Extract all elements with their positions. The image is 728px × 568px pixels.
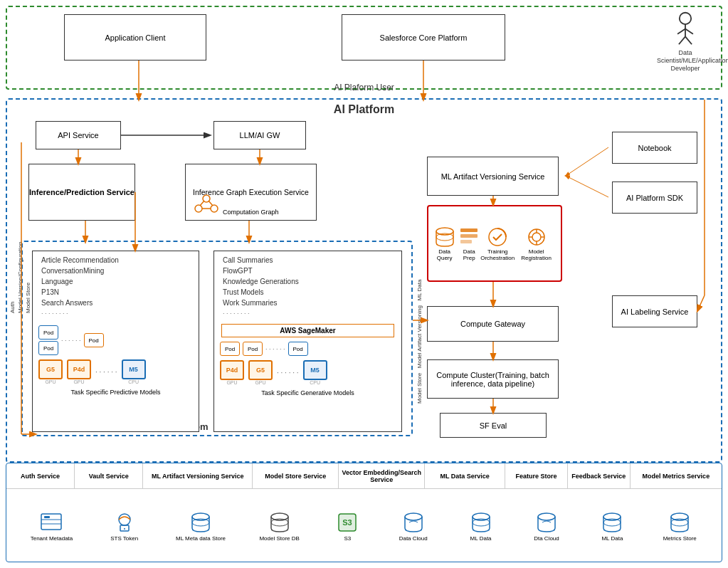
bottom-services-container: Auth Service Vault Service ML Artifact V… [6,463,722,562]
compute-gateway-box: Compute Gateway [427,306,559,342]
ai-platform-title: AI Platform [334,103,394,116]
aws-sagemaker-label: AWS SageMaker [221,324,394,337]
data-cloud-icon [401,510,426,535]
ml-data-label: ML Data [470,535,492,542]
salesforce-label: Salesforce Core Platform [380,33,468,42]
ml-data-service-header: ML Data Service [425,463,505,488]
model-store-service-header: Model Store Service [253,463,339,488]
compute-cluster-label: Compute Cluster(Training, batch inferenc… [428,371,558,388]
app-client-label: Application Client [105,33,166,42]
person-icon-area: Data Scientist/MLE/Application Developer [657,11,714,72]
svg-rect-27 [44,516,50,518]
svg-rect-16 [460,240,472,243]
svg-rect-15 [460,234,478,238]
notebook-box: Notebook [612,132,697,164]
data-cloud-label: Data Cloud [399,535,428,542]
model-store-db-item: Model Store DB [259,510,299,542]
metrics-store-icon [667,510,692,535]
svg-line-3 [685,28,693,33]
svg-rect-14 [460,228,478,232]
data-prep-item: DataPrep [458,226,480,261]
model-registration-item: Model Registration [515,226,558,261]
generative-models-list: Call Summaries FlowGPT Knowledge Generat… [214,251,401,322]
model-store-db-icon [267,510,292,535]
s3-icon: S3 [334,510,360,535]
model-registration-label: Model Registration [515,248,558,261]
svg-line-4 [679,36,685,44]
ml-artifact-service-header: ML Artifact Versioning Service [143,463,253,488]
dta-cloud-item: Dta Cloud [530,510,562,542]
inference-prediction-box: Inference/Prediction Service [28,164,135,221]
ml-data-2-label: ML Data [601,535,623,542]
feedback-service-header: Feedback Service [568,463,631,488]
training-item: TrainingOrchestration [480,226,515,261]
data-prep-icon [458,226,480,248]
inference-prediction-label: Inference/Prediction Service [29,188,134,196]
notebook-label: Notebook [638,144,671,152]
sts-token-item: STS Token [107,510,142,542]
services-header-row: Auth Service Vault Service ML Artifact V… [6,463,722,489]
svg-rect-24 [41,514,61,530]
computation-graph-icon [193,193,220,216]
model-metrics-header: Model Metrics Service [631,463,722,488]
dta-cloud-label: Dta Cloud [534,535,559,542]
ai-sdk-label: AI Platform SDK [626,194,683,202]
predictive-models-list: Article Recommendation ConversationMinin… [33,251,199,322]
data-query-icon [433,226,456,248]
ml-metadata-store-icon [188,510,213,535]
ml-data-icon [468,510,494,535]
chip-row-generative: P4d GPU G5 GPU · · · · · · M5 CPU [214,358,401,387]
generative-title: Task Specific Generative Models [214,387,401,399]
ml-metadata-store-label: ML Meta data Store [176,535,226,542]
data-query-label: Data Query [431,248,458,261]
ml-data-2-icon [599,510,625,535]
feature-store-header: Feature Store [505,463,568,488]
services-icons-row: Tenant Metadata STS Token ML [6,489,722,563]
s3-label: S3 [344,535,351,542]
diagram-container: Application Client Salesforce Core Platf… [0,0,728,568]
person-label: Data Scientist/MLE/Application Developer [657,49,714,72]
svg-line-11 [209,201,213,206]
metrics-store-label: Metrics Store [663,535,697,542]
llm-gw-label: LLM/AI GW [240,131,280,140]
ai-platform-sdk-box: AI Platform SDK [612,182,697,214]
api-service-box: API Service [36,121,121,149]
model-registration-icon [525,226,548,248]
generative-models-box: Call Summaries FlowGPT Knowledge Generat… [213,251,402,432]
svg-line-10 [200,201,204,206]
ml-data-2-item: ML Data [596,510,628,542]
vault-service-header: Vault Service [75,463,143,488]
sts-token-icon [112,510,137,535]
training-icon [486,226,509,248]
person-icon [671,11,700,46]
ml-artifact-label: ML Artifact Versioning Service [441,172,545,181]
dta-cloud-icon [534,510,559,535]
svg-point-28 [119,514,130,525]
salesforce-box: Salesforce Core Platform [342,14,505,61]
compute-cluster-box: Compute Cluster(Training, batch inferenc… [427,359,559,399]
tenant-metadata-label: Tenant Metadata [31,535,73,542]
ai-labeling-box: AI Labeling Service [612,295,697,327]
svg-line-2 [677,28,685,33]
pod-row-generative: Pod Pod · · · · · · Pod [214,340,401,358]
auth-service-header: Auth Service [6,463,75,488]
svg-line-5 [685,36,692,44]
tenant-metadata-item: Tenant Metadata [31,510,73,542]
right-side-label: Model Store Model Artifact Versioning ML… [416,249,428,434]
app-client-box: Application Client [64,14,206,61]
predictive-models-box: Article Recommendation ConversationMinin… [32,251,199,432]
compute-inner-box: Data Query DataPrep TrainingOrchestratio… [427,205,562,282]
svg-point-19 [532,233,541,241]
training-label: TrainingOrchestration [480,248,515,261]
compute-gateway-label: Compute Gateway [460,320,525,328]
s3-item: S3 S3 [333,510,362,542]
sf-eval-box: SF Eval [440,413,547,438]
data-prep-label: DataPrep [463,248,475,261]
sts-token-label: STS Token [110,535,138,542]
sf-eval-label: SF Eval [480,421,507,430]
data-cloud-item: Data Cloud [396,510,431,542]
vector-service-header: Vector Embedding/Search Service [339,463,425,488]
svg-point-6 [195,205,202,212]
svg-point-41 [538,513,555,520]
ml-metadata-store-item: ML Meta data Store [176,510,226,542]
